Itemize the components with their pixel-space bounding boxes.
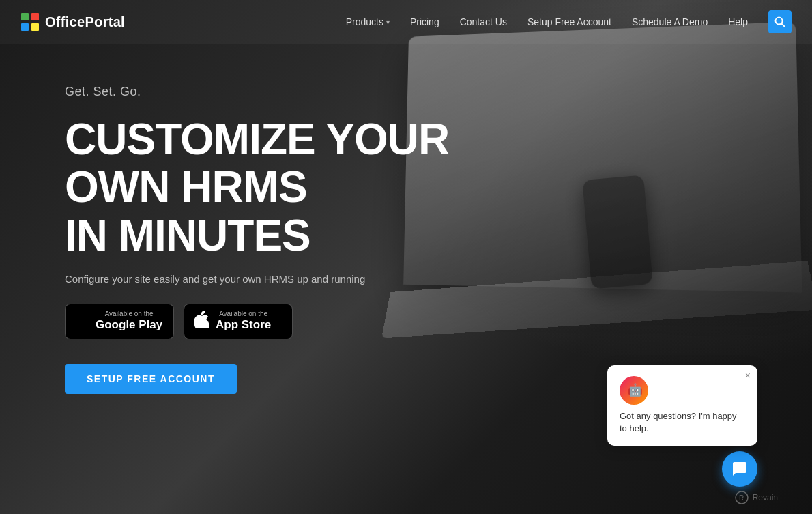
nav-link-setup[interactable]: Setup Free Account: [527, 16, 611, 27]
svg-rect-1: [31, 13, 39, 20]
svg-text:🤖: 🤖: [628, 382, 643, 397]
nav-link-pricing[interactable]: Pricing: [410, 16, 439, 27]
chat-widget: × 🤖 Got any questions? I'm happy to help…: [607, 365, 757, 487]
app-store-available: Available on the: [216, 311, 271, 317]
search-button[interactable]: [768, 10, 792, 33]
navbar: OfficePortal Products ▾ Pricing Contact …: [0, 0, 812, 44]
chat-message: Got any questions? I'm happy to help.: [620, 410, 745, 435]
chat-avatar-icon: 🤖: [624, 381, 643, 400]
revain-label: Revain: [753, 493, 778, 502]
revain-icon: R: [735, 491, 749, 504]
apple-icon: [194, 311, 209, 333]
nav-links: Products ▾ Pricing Contact Us Setup Free…: [346, 10, 792, 33]
revain-widget: R Revain: [735, 491, 778, 504]
google-play-icon: ▶: [75, 311, 89, 332]
hero-title: CUSTOMIZE YOUR OWN HRMS IN MINUTES: [65, 115, 474, 259]
svg-text:R: R: [739, 494, 744, 502]
setup-free-account-button[interactable]: SETUP FREE ACCOUNT: [65, 364, 237, 394]
app-store-badge[interactable]: Available on the App Store: [184, 304, 293, 339]
svg-line-5: [782, 24, 785, 27]
hero-tagline: Get. Set. Go.: [65, 85, 812, 99]
nav-link-demo[interactable]: Schedule A Demo: [632, 16, 708, 27]
chevron-down-icon: ▾: [386, 18, 390, 26]
svg-rect-2: [21, 23, 29, 31]
chat-popup: × 🤖 Got any questions? I'm happy to help…: [607, 365, 757, 446]
chat-close-button[interactable]: ×: [745, 371, 751, 380]
hero-section: Get. Set. Go. CUSTOMIZE YOUR OWN HRMS IN…: [0, 44, 812, 394]
officeportal-logo-icon: [20, 12, 40, 31]
search-icon: [774, 16, 785, 27]
chat-bubble-button[interactable]: [722, 451, 757, 487]
logo[interactable]: OfficePortal: [20, 12, 125, 31]
google-play-label: Google Play: [96, 317, 162, 332]
nav-link-contact[interactable]: Contact Us: [460, 16, 507, 27]
nav-link-products[interactable]: Products ▾: [346, 16, 390, 27]
chat-icon: [731, 461, 748, 477]
hero-subtitle: Configure your site easily and get your …: [65, 273, 406, 285]
chat-avatar: 🤖: [620, 376, 648, 405]
svg-rect-3: [31, 23, 39, 31]
app-badges: ▶ Available on the Google Play Available…: [65, 304, 812, 339]
app-store-label: App Store: [216, 317, 271, 332]
google-play-available: Available on the: [96, 311, 162, 317]
logo-text: OfficePortal: [45, 14, 125, 30]
svg-rect-0: [21, 13, 29, 20]
nav-link-help[interactable]: Help: [728, 16, 748, 27]
google-play-badge[interactable]: ▶ Available on the Google Play: [65, 304, 174, 339]
